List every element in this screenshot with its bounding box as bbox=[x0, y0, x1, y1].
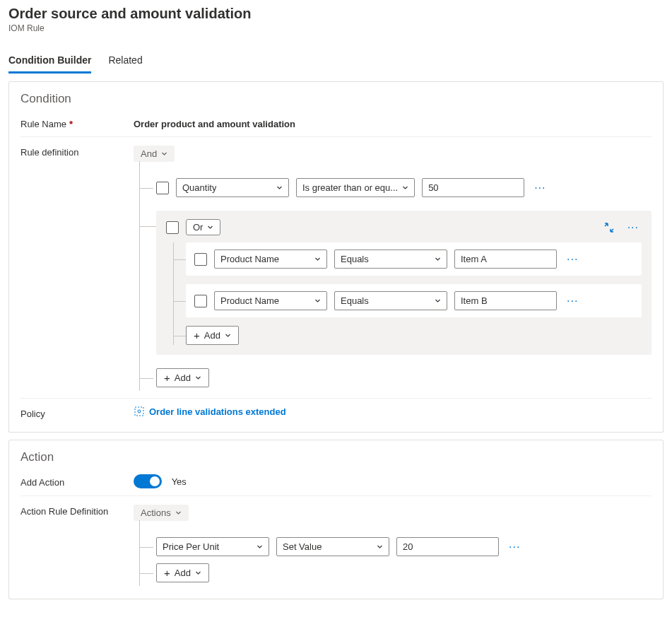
field-selector[interactable]: Product Name bbox=[214, 250, 327, 269]
tabs: Condition Builder Related bbox=[8, 50, 664, 74]
chevron-down-icon bbox=[435, 256, 441, 262]
plus-icon: + bbox=[194, 330, 200, 341]
value-input[interactable]: Item A bbox=[454, 250, 557, 269]
field-selector[interactable]: Product Name bbox=[214, 291, 327, 310]
chevron-down-icon bbox=[195, 570, 201, 576]
add-action-row: Add Action Yes bbox=[20, 474, 652, 488]
add-action-toggle[interactable] bbox=[134, 474, 162, 488]
group-checkbox[interactable] bbox=[166, 221, 179, 234]
page-title: Order source and amount validation bbox=[8, 6, 664, 22]
chevron-down-icon bbox=[195, 375, 201, 381]
rule-name-label: Rule Name* bbox=[20, 116, 134, 129]
more-icon[interactable]: ··· bbox=[625, 221, 642, 234]
page-subtitle: IOM Rule bbox=[8, 23, 664, 33]
add-action-value: Yes bbox=[172, 476, 187, 487]
more-icon[interactable]: ··· bbox=[531, 182, 548, 194]
rule-definition-label: Rule definition bbox=[20, 144, 134, 158]
value-input[interactable]: 50 bbox=[422, 178, 524, 197]
rule-checkbox[interactable] bbox=[194, 295, 207, 307]
condition-rule-row: Product Name Equals Item B ··· bbox=[186, 284, 642, 317]
collapse-icon[interactable] bbox=[603, 222, 615, 233]
page-header: Order source and amount validation IOM R… bbox=[8, 6, 664, 33]
chevron-down-icon bbox=[276, 184, 283, 191]
field-selector[interactable]: Price Per Unit bbox=[156, 537, 269, 556]
condition-heading: Condition bbox=[20, 92, 652, 106]
chevron-down-icon bbox=[161, 151, 167, 157]
more-icon[interactable]: ··· bbox=[506, 541, 523, 553]
chevron-down-icon bbox=[175, 510, 182, 516]
rule-name-row: Rule Name* Order product and amount vali… bbox=[20, 116, 652, 129]
tab-related[interactable]: Related bbox=[108, 50, 142, 74]
condition-tree: And Quantity Is greater than or equ... bbox=[134, 146, 652, 391]
rule-definition-row: Rule definition And Quantity Is greater bbox=[20, 136, 652, 391]
condition-rule-row: Quantity Is greater than or equ... 50 ··… bbox=[134, 175, 652, 201]
policy-icon bbox=[134, 406, 145, 417]
chevron-down-icon bbox=[435, 298, 441, 304]
condition-rule-row: Product Name Equals Item A ··· bbox=[186, 242, 642, 276]
rule-checkbox[interactable] bbox=[156, 182, 169, 194]
action-tree: Actions Price Per Unit Set Value 20 ··· bbox=[134, 505, 652, 586]
value-input[interactable]: Item B bbox=[454, 291, 557, 310]
add-rule-button[interactable]: + Add bbox=[156, 368, 209, 387]
rule-checkbox[interactable] bbox=[194, 253, 207, 266]
field-selector[interactable]: Quantity bbox=[176, 178, 289, 197]
more-icon[interactable]: ··· bbox=[564, 253, 581, 266]
chevron-down-icon bbox=[257, 544, 263, 550]
action-root-selector[interactable]: Actions bbox=[134, 505, 189, 521]
operator-selector[interactable]: Is greater than or equ... bbox=[296, 178, 415, 197]
condition-panel: Condition Rule Name* Order product and a… bbox=[8, 81, 664, 433]
svg-rect-0 bbox=[135, 407, 143, 416]
policy-row: Policy Order line validations extended bbox=[20, 398, 652, 419]
add-rule-button[interactable]: + Add bbox=[186, 326, 239, 345]
add-action-label: Add Action bbox=[20, 474, 134, 488]
chevron-down-icon bbox=[377, 544, 383, 550]
root-operator-selector[interactable]: And bbox=[134, 146, 175, 162]
add-rule-button[interactable]: + Add bbox=[156, 563, 209, 582]
plus-icon: + bbox=[164, 372, 170, 383]
chevron-down-icon bbox=[314, 298, 321, 304]
rule-name-value[interactable]: Order product and amount validation bbox=[134, 116, 652, 129]
action-heading: Action bbox=[20, 450, 652, 464]
chevron-down-icon bbox=[314, 256, 321, 262]
more-icon[interactable]: ··· bbox=[564, 295, 581, 307]
chevron-down-icon bbox=[402, 184, 408, 191]
policy-label: Policy bbox=[20, 406, 134, 419]
action-definition-row: Action Rule Definition Actions Price Per… bbox=[20, 495, 652, 586]
action-definition-label: Action Rule Definition bbox=[20, 503, 134, 517]
root-operator-text: And bbox=[141, 148, 157, 159]
chevron-down-icon bbox=[207, 224, 213, 230]
plus-icon: + bbox=[164, 568, 170, 578]
condition-subgroup: Or ··· Product Name bbox=[156, 211, 652, 355]
add-rule-row: + Add bbox=[134, 365, 652, 391]
chevron-down-icon bbox=[225, 332, 231, 339]
subgroup-tree: Product Name Equals Item A ··· bbox=[166, 242, 642, 345]
subgroup-operator-selector[interactable]: Or bbox=[186, 219, 220, 235]
add-action-rule-row: + Add bbox=[134, 560, 652, 586]
operator-selector[interactable]: Set Value bbox=[276, 537, 389, 556]
required-icon: * bbox=[69, 119, 73, 129]
action-panel: Action Add Action Yes Action Rule Defini… bbox=[8, 440, 664, 599]
policy-link[interactable]: Order line validations extended bbox=[134, 406, 286, 417]
operator-selector[interactable]: Equals bbox=[334, 291, 447, 310]
tab-condition-builder[interactable]: Condition Builder bbox=[8, 50, 91, 74]
action-rule-row: Price Per Unit Set Value 20 ··· bbox=[134, 534, 652, 560]
svg-point-1 bbox=[138, 410, 141, 413]
value-input[interactable]: 20 bbox=[396, 537, 499, 556]
operator-selector[interactable]: Equals bbox=[334, 250, 447, 269]
